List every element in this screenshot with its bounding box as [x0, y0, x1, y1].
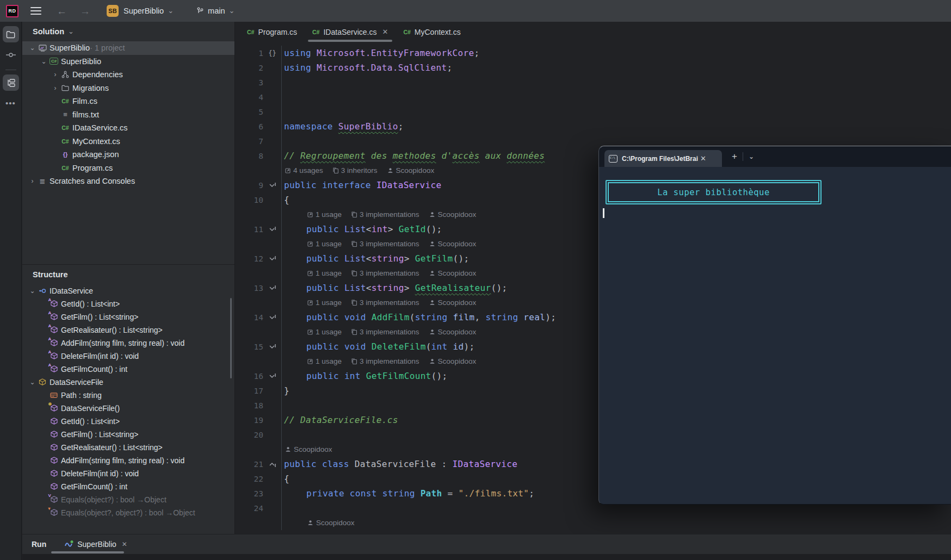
editor-tab-idataservice-cs[interactable]: C#IDataService.cs✕ — [305, 22, 396, 42]
code-text[interactable] — [281, 75, 284, 90]
line-number[interactable]: 22 — [235, 475, 263, 483]
code-vision-impl[interactable]: 3 implementations — [351, 269, 419, 277]
line-number[interactable]: 12 — [235, 254, 263, 263]
gutter-up-icon[interactable] — [263, 461, 281, 468]
solution-tree-item[interactable]: ⌄SuperBiblio · 1 project — [22, 41, 234, 55]
code-text[interactable]: // Regroupement des methodes d'accès aux… — [281, 148, 545, 163]
gutter-down-icon[interactable] — [263, 226, 281, 233]
structure-tree-item[interactable]: AGetFilm() : List<string> — [22, 310, 234, 323]
code-text[interactable]: public interface IDataService — [281, 178, 442, 192]
structure-view-button[interactable] — [3, 74, 19, 91]
project-selector[interactable]: SB SuperBiblio ⌄ — [107, 5, 174, 17]
run-tab[interactable]: SuperBiblio ✕ — [65, 540, 127, 549]
structure-tree-item[interactable]: VEquals(object?) : bool →Object — [22, 493, 234, 506]
structure-tree-item[interactable]: AAddFilm(string film, string real) : voi… — [22, 337, 234, 350]
line-number[interactable]: 7 — [235, 137, 263, 146]
gutter-down-icon[interactable] — [263, 372, 281, 380]
tree-chevron-icon[interactable]: ⌄ — [28, 378, 37, 386]
solution-tree-item[interactable]: ›Migrations — [22, 82, 234, 95]
code-vision-impl[interactable]: 3 inheritors — [333, 166, 378, 175]
line-number[interactable]: 4 — [235, 93, 263, 102]
solution-tree-item[interactable]: ≡films.txt — [22, 108, 234, 122]
tree-chevron-icon[interactable]: ⌄ — [28, 287, 37, 295]
line-number[interactable]: 6 — [235, 122, 263, 131]
code-text[interactable]: using Microsoft.Data.SqlClient; — [281, 60, 452, 75]
gutter-braces-icon[interactable]: {} — [263, 49, 281, 57]
tree-chevron-icon[interactable]: ⌄ — [28, 44, 37, 52]
code-vision-usages[interactable]: 1 usage — [307, 210, 342, 219]
code-text[interactable]: { — [281, 192, 289, 207]
structure-scrollbar[interactable] — [230, 298, 232, 378]
line-number[interactable]: 14 — [235, 313, 263, 322]
code-text[interactable]: public void AddFilm(string film, string … — [281, 310, 556, 325]
line-number[interactable]: 15 — [235, 343, 263, 351]
solution-tree-item[interactable]: C#IDataService.cs — [22, 121, 234, 135]
close-icon[interactable]: ✕ — [700, 154, 706, 163]
line-number[interactable]: 1 — [235, 49, 263, 58]
solution-panel-header[interactable]: Solution ⌄ — [22, 22, 234, 41]
code-vision-usages[interactable]: 1 usage — [307, 328, 342, 336]
line-number[interactable]: 21 — [235, 460, 263, 469]
structure-tree-item[interactable]: GetFilm() : List<string> — [22, 428, 234, 441]
code-text[interactable]: using Microsoft.EntityFrameworkCore; — [281, 46, 479, 60]
line-number[interactable]: 8 — [235, 152, 263, 160]
line-number[interactable]: 13 — [235, 284, 263, 293]
back-arrow-icon[interactable]: ← — [57, 6, 67, 16]
code-vision-usages[interactable]: 4 usages — [285, 166, 323, 175]
structure-tree-item[interactable]: ⌄IDataService — [22, 284, 234, 297]
code-text[interactable]: public List<int> GetId(); — [281, 222, 442, 237]
gutter-down-icon[interactable] — [263, 314, 281, 321]
code-vision-impl[interactable]: 3 implementations — [351, 210, 419, 219]
run-console-area[interactable] — [22, 554, 951, 560]
solution-tree-item[interactable]: ›≣Scratches and Consoles — [22, 175, 234, 188]
editor-tab-mycontext-cs[interactable]: C#MyContext.cs — [396, 22, 468, 42]
commit-view-button[interactable] — [3, 47, 19, 63]
terminal-dropdown-button[interactable]: ⌄ — [749, 153, 754, 160]
code-vision-person[interactable]: Scoopidoox — [429, 240, 477, 248]
code-vision-impl[interactable]: 3 implementations — [351, 357, 419, 365]
code-vision-impl[interactable]: 3 implementations — [351, 298, 419, 307]
gutter-down-icon[interactable] — [263, 182, 281, 189]
line-number[interactable]: 20 — [235, 431, 263, 439]
main-menu-icon[interactable] — [30, 7, 41, 15]
code-text[interactable] — [281, 104, 284, 119]
solution-tree-item[interactable]: ›Dependencies — [22, 68, 234, 82]
tree-chevron-icon[interactable]: ⌄ — [39, 58, 48, 65]
code-vision-usages[interactable]: 1 usage — [307, 298, 342, 307]
code-vision-person[interactable]: Scoopidoox — [387, 166, 435, 175]
close-icon[interactable]: ✕ — [122, 540, 127, 548]
structure-tree-item[interactable]: GetFilmCount() : int — [22, 480, 234, 493]
line-number[interactable]: 10 — [235, 196, 263, 204]
tree-chevron-icon[interactable]: › — [51, 84, 60, 92]
code-text[interactable]: // DataServiceFile.cs — [281, 413, 398, 427]
code-vision-impl[interactable]: 3 implementations — [351, 328, 419, 336]
code-vision-usages[interactable]: 1 usage — [307, 269, 342, 277]
code-text[interactable]: namespace SuperBiblio; — [281, 119, 404, 134]
line-number[interactable]: 5 — [235, 108, 263, 116]
code-vision-person[interactable]: Scoopidoox — [429, 328, 477, 336]
code-vision-usages[interactable]: 1 usage — [307, 357, 342, 365]
code-vision-person[interactable]: Scoopidoox — [429, 210, 477, 219]
structure-tree-item[interactable]: Path : string — [22, 389, 234, 402]
line-number[interactable]: 11 — [235, 225, 263, 234]
code-vision-usages[interactable]: 1 usage — [307, 240, 342, 248]
editor-tab-program-cs[interactable]: C#Program.cs — [239, 22, 305, 42]
solution-view-button[interactable] — [3, 26, 19, 42]
new-tab-button[interactable]: + — [732, 151, 737, 162]
terminal-window[interactable]: C:\ C:\Program Files\JetBrains\Je ✕ + ⌄ … — [598, 146, 951, 505]
gutter-down-icon[interactable] — [263, 343, 281, 351]
code-vision-person[interactable]: Scoopidoox — [307, 519, 355, 527]
code-text[interactable]: public void DeleteFilm(int id); — [281, 339, 474, 354]
code-vision-person[interactable]: Scoopidoox — [429, 298, 477, 307]
code-vision-person[interactable]: Scoopidoox — [429, 357, 477, 365]
structure-tree-item[interactable]: ✻DataServiceFile() — [22, 402, 234, 415]
solution-tree-item[interactable]: C#MyContext.cs — [22, 135, 234, 148]
code-text[interactable]: public class DataServiceFile : IDataServ… — [281, 457, 517, 471]
code-text[interactable] — [281, 501, 284, 515]
solution-tree-item[interactable]: ⌄C#SuperBiblio — [22, 55, 234, 69]
line-number[interactable]: 3 — [235, 78, 263, 87]
code-text[interactable] — [281, 427, 284, 442]
structure-tree-item[interactable]: ADeleteFilm(int id) : void — [22, 350, 234, 363]
line-number[interactable]: 9 — [235, 181, 263, 190]
code-text[interactable] — [281, 90, 284, 104]
